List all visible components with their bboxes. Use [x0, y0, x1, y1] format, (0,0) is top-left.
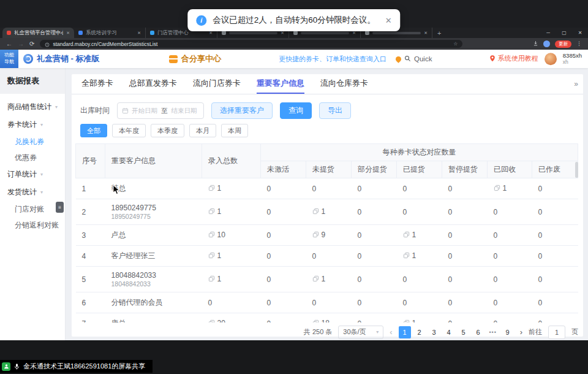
count-detail-icon[interactable]	[208, 208, 215, 215]
quick-range-4[interactable]: 本周	[221, 124, 248, 137]
site-info-icon[interactable]	[45, 39, 50, 50]
goto-page-input[interactable]	[548, 326, 565, 339]
cell-value: 1	[208, 251, 222, 260]
user-avatar[interactable]	[545, 53, 557, 65]
select-customer-button[interactable]: 选择重要客户	[211, 102, 273, 119]
system-tutorial-link[interactable]: 系统使用教程	[489, 54, 538, 63]
sidebar-item-5[interactable]: 发货统计▾	[0, 183, 65, 201]
browser-update-badge[interactable]: 更新	[555, 40, 571, 48]
customer-name: 唐总	[111, 318, 196, 322]
count-detail-icon[interactable]	[403, 252, 410, 259]
cell-status-4: 0	[442, 313, 488, 323]
sidebar-item-label: 订单统计	[7, 169, 37, 180]
tab-title	[372, 32, 421, 34]
quick-range-3[interactable]: 本月	[189, 124, 216, 137]
browser-tab-0[interactable]: 礼盒营销平台管理中心✕	[2, 28, 74, 38]
page-button-9[interactable]: 9	[502, 326, 514, 338]
brand-logo-icon	[23, 54, 33, 64]
quick-search[interactable]: Quick	[396, 53, 432, 64]
count-detail-icon[interactable]	[312, 319, 319, 322]
content-tab-0[interactable]: 全部券卡	[81, 74, 113, 94]
tab-close-icon[interactable]: ✕	[66, 31, 70, 36]
sidebar-item-1[interactable]: 券卡统计▾	[0, 116, 65, 134]
sidebar-collapse-handle[interactable]: ≡	[56, 202, 64, 213]
quick-entry-promo-link[interactable]: 更快捷的券卡、订单和快递查询入口	[279, 55, 386, 64]
back-icon[interactable]: ←	[6, 41, 12, 47]
cell-customer: 1804884203318048842033	[105, 267, 202, 292]
microphone-icon[interactable]	[14, 363, 20, 370]
browser-tab-1[interactable]: 系统培训学习✕	[74, 28, 146, 38]
page-button-1[interactable]: 1	[399, 326, 411, 338]
window-maximize-button[interactable]: ▢	[556, 28, 572, 38]
page-size-select[interactable]: 30条/页 ▾	[338, 326, 383, 339]
browser-menu-icon[interactable]: ⋮	[576, 41, 582, 47]
cell-seq: 7	[76, 313, 105, 323]
count-detail-icon[interactable]	[208, 231, 215, 238]
export-button[interactable]: 导出	[319, 102, 351, 119]
chevron-down-icon: ▾	[40, 189, 43, 195]
tab-close-icon[interactable]: ✕	[424, 31, 428, 36]
cell-status-1: 1	[306, 199, 352, 225]
count-detail-icon[interactable]	[312, 275, 319, 282]
share-center-link[interactable]: 合分享中心	[169, 53, 221, 64]
function-nav-toggle[interactable]: 功能 导航	[0, 50, 18, 68]
count-detail-icon[interactable]	[208, 319, 215, 322]
cell-status-0: 0	[261, 292, 306, 313]
count-detail-icon[interactable]	[494, 185, 500, 191]
count-detail-icon[interactable]	[312, 208, 319, 215]
download-icon[interactable]	[533, 40, 538, 47]
address-bar[interactable]: standard.maboy.cn/CardMemberStatisticsLi…	[40, 40, 462, 48]
page-button-6[interactable]: 6	[472, 326, 484, 338]
toast-close-icon[interactable]: ✕	[385, 16, 392, 25]
goto-label: 前往	[529, 327, 542, 337]
sidebar-item-label: 券卡统计	[7, 120, 37, 130]
next-page-button[interactable]: ›	[520, 327, 522, 337]
quick-range-1[interactable]: 本年度	[112, 124, 146, 137]
cell-status-6: 0	[532, 313, 578, 323]
browser-toolbar: ← → ⟳ standard.maboy.cn/CardMemberStatis…	[0, 38, 588, 50]
window-minimize-button[interactable]: ─	[540, 28, 556, 38]
tab-close-icon[interactable]: ✕	[137, 31, 141, 36]
sidebar-item-2[interactable]: 兑换礼券	[0, 134, 65, 150]
forward-icon[interactable]: →	[18, 41, 24, 47]
expand-chevrons-icon[interactable]: »	[574, 80, 578, 88]
date-range-picker[interactable]: 开始日期 至 结束日期	[117, 102, 204, 119]
page-button-4[interactable]: 4	[443, 326, 455, 338]
page-button-5[interactable]: 5	[458, 326, 470, 338]
quick-range-2[interactable]: 本季度	[151, 124, 184, 137]
col-status-group: 每种券卡状态对应数量	[261, 144, 578, 161]
user-name-block[interactable]: 8385xh xh	[563, 52, 582, 66]
count-detail-icon[interactable]	[208, 252, 215, 259]
table-scrollbar[interactable]	[575, 162, 578, 178]
cell-status-3: 1	[397, 225, 442, 246]
page-button-•••[interactable]: •••	[487, 326, 499, 338]
sidebar-item-7[interactable]: 分销返利对账	[0, 217, 65, 233]
count-detail-icon[interactable]	[403, 319, 410, 322]
refresh-icon[interactable]: ⟳	[29, 41, 34, 47]
browser-profile-avatar[interactable]	[543, 40, 550, 47]
new-tab-button[interactable]: +	[437, 29, 441, 37]
count-detail-icon[interactable]	[312, 231, 319, 238]
prev-page-button[interactable]: ‹	[390, 327, 392, 337]
sidebar-item-4[interactable]: 订单统计▾	[0, 166, 65, 183]
search-button[interactable]: 查询	[280, 102, 312, 119]
content-tab-3[interactable]: 重要客户信息	[257, 74, 304, 94]
cell-status-6: 0	[532, 267, 578, 292]
quick-range-pills: 全部本年度本季度本月本周	[72, 122, 583, 143]
sidebar-item-3[interactable]: 优惠券	[0, 150, 65, 166]
content-tab-2[interactable]: 流向门店券卡	[193, 74, 241, 94]
count-detail-icon[interactable]	[208, 275, 215, 282]
window-close-button[interactable]: ✕	[572, 28, 588, 38]
count-detail-icon[interactable]	[208, 185, 215, 191]
cell-status-0: 0	[261, 313, 306, 323]
brand[interactable]: 礼盒营销 - 标准版	[23, 53, 100, 64]
bookmark-star-icon[interactable]: ☆	[453, 41, 458, 47]
count-detail-icon[interactable]	[403, 231, 410, 238]
quick-range-0[interactable]: 全部	[80, 124, 107, 137]
sidebar-item-0[interactable]: 商品销售统计▾	[0, 98, 65, 116]
page-button-2[interactable]: 2	[413, 326, 426, 338]
content-tab-4[interactable]: 流向仓库券卡	[320, 74, 368, 94]
content-tab-1[interactable]: 总部直发券卡	[129, 74, 177, 94]
page-button-3[interactable]: 3	[428, 326, 440, 338]
app-header: 功能 导航 礼盒营销 - 标准版 合分享中心 更快捷的券卡、订单和快递查询入口 …	[0, 50, 588, 68]
